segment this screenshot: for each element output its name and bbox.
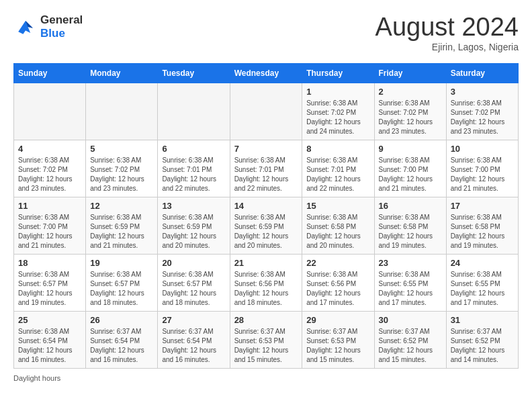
- day-number: 6: [162, 144, 225, 154]
- day-info: Sunrise: 6:38 AMSunset: 6:57 PMDaylight:…: [162, 270, 225, 308]
- day-info: Sunrise: 6:38 AMSunset: 6:57 PMDaylight:…: [90, 270, 153, 308]
- day-number: 8: [306, 144, 369, 154]
- day-info: Sunrise: 6:38 AMSunset: 6:55 PMDaylight:…: [451, 270, 514, 308]
- calendar-cell: 12Sunrise: 6:38 AMSunset: 6:59 PMDayligh…: [86, 197, 158, 254]
- week-row-1: 1Sunrise: 6:38 AMSunset: 7:02 PMDaylight…: [14, 83, 519, 140]
- day-number: 27: [162, 315, 225, 325]
- calendar-cell: 15Sunrise: 6:38 AMSunset: 6:58 PMDayligh…: [302, 197, 374, 254]
- calendar-cell: 5Sunrise: 6:38 AMSunset: 7:02 PMDaylight…: [86, 140, 158, 197]
- day-info: Sunrise: 6:38 AMSunset: 7:02 PMDaylight:…: [451, 99, 514, 136]
- calendar-cell: [86, 83, 158, 140]
- weekday-sunday: Sunday: [14, 63, 86, 83]
- calendar-cell: 4Sunrise: 6:38 AMSunset: 7:02 PMDaylight…: [14, 140, 86, 197]
- day-info: Sunrise: 6:37 AMSunset: 6:53 PMDaylight:…: [234, 327, 298, 365]
- day-number: 10: [451, 144, 514, 154]
- day-info: Sunrise: 6:38 AMSunset: 6:57 PMDaylight:…: [18, 270, 81, 308]
- month-title: August 2024: [375, 13, 519, 42]
- calendar-cell: 10Sunrise: 6:38 AMSunset: 7:00 PMDayligh…: [446, 140, 518, 197]
- calendar-cell: 24Sunrise: 6:38 AMSunset: 6:55 PMDayligh…: [446, 254, 518, 311]
- day-number: 4: [18, 144, 81, 154]
- day-info: Sunrise: 6:38 AMSunset: 6:55 PMDaylight:…: [379, 270, 442, 308]
- week-row-2: 4Sunrise: 6:38 AMSunset: 7:02 PMDaylight…: [14, 140, 519, 197]
- day-info: Sunrise: 6:38 AMSunset: 6:54 PMDaylight:…: [18, 327, 81, 365]
- day-info: Sunrise: 6:38 AMSunset: 6:59 PMDaylight:…: [162, 213, 225, 250]
- calendar-cell: 16Sunrise: 6:38 AMSunset: 6:58 PMDayligh…: [374, 197, 446, 254]
- day-number: 16: [379, 201, 442, 211]
- day-info: Sunrise: 6:38 AMSunset: 6:58 PMDaylight:…: [379, 213, 442, 250]
- day-number: 18: [18, 258, 81, 268]
- day-info: Sunrise: 6:38 AMSunset: 7:00 PMDaylight:…: [451, 156, 514, 193]
- day-number: 23: [379, 258, 442, 268]
- calendar-cell: 7Sunrise: 6:38 AMSunset: 7:01 PMDaylight…: [230, 140, 302, 197]
- day-number: 1: [306, 87, 369, 97]
- logo-icon: [13, 15, 38, 39]
- day-info: Sunrise: 6:38 AMSunset: 7:01 PMDaylight:…: [162, 156, 225, 193]
- calendar-cell: 11Sunrise: 6:38 AMSunset: 7:00 PMDayligh…: [14, 197, 86, 254]
- logo: General Blue: [13, 13, 83, 40]
- day-number: 9: [379, 144, 442, 154]
- logo-text: General Blue: [40, 13, 83, 40]
- day-info: Sunrise: 6:38 AMSunset: 6:56 PMDaylight:…: [306, 270, 369, 308]
- day-info: Sunrise: 6:38 AMSunset: 7:01 PMDaylight:…: [234, 156, 298, 193]
- header: General Blue August 2024 Ejirin, Lagos, …: [13, 13, 519, 52]
- weekday-tuesday: Tuesday: [158, 63, 230, 83]
- day-info: Sunrise: 6:37 AMSunset: 6:52 PMDaylight:…: [379, 327, 442, 365]
- day-number: 19: [90, 258, 153, 268]
- weekday-friday: Friday: [374, 63, 446, 83]
- day-number: 29: [306, 315, 369, 325]
- calendar-cell: [158, 83, 230, 140]
- day-info: Sunrise: 6:37 AMSunset: 6:52 PMDaylight:…: [451, 327, 514, 365]
- day-info: Sunrise: 6:38 AMSunset: 6:58 PMDaylight:…: [306, 213, 369, 250]
- day-number: 3: [451, 87, 514, 97]
- calendar-cell: 18Sunrise: 6:38 AMSunset: 6:57 PMDayligh…: [14, 254, 86, 311]
- calendar-cell: 31Sunrise: 6:37 AMSunset: 6:52 PMDayligh…: [446, 311, 518, 368]
- weekday-saturday: Saturday: [446, 63, 518, 83]
- day-number: 31: [451, 315, 514, 325]
- day-info: Sunrise: 6:38 AMSunset: 6:59 PMDaylight:…: [90, 213, 153, 250]
- calendar-cell: 13Sunrise: 6:38 AMSunset: 6:59 PMDayligh…: [158, 197, 230, 254]
- day-number: 15: [306, 201, 369, 211]
- calendar-cell: 25Sunrise: 6:38 AMSunset: 6:54 PMDayligh…: [14, 311, 86, 368]
- weekday-wednesday: Wednesday: [230, 63, 302, 83]
- calendar-cell: 8Sunrise: 6:38 AMSunset: 7:01 PMDaylight…: [302, 140, 374, 197]
- day-info: Sunrise: 6:38 AMSunset: 7:02 PMDaylight:…: [306, 99, 369, 136]
- day-number: 22: [306, 258, 369, 268]
- footer: Daylight hours: [13, 374, 519, 382]
- calendar-cell: 28Sunrise: 6:37 AMSunset: 6:53 PMDayligh…: [230, 311, 302, 368]
- weekday-header-row: SundayMondayTuesdayWednesdayThursdayFrid…: [14, 63, 519, 83]
- day-number: 12: [90, 201, 153, 211]
- daylight-label: Daylight hours: [13, 374, 60, 382]
- calendar-cell: 19Sunrise: 6:38 AMSunset: 6:57 PMDayligh…: [86, 254, 158, 311]
- day-info: Sunrise: 6:37 AMSunset: 6:54 PMDaylight:…: [90, 327, 153, 365]
- week-row-3: 11Sunrise: 6:38 AMSunset: 7:00 PMDayligh…: [14, 197, 519, 254]
- weekday-thursday: Thursday: [302, 63, 374, 83]
- day-number: 17: [451, 201, 514, 211]
- day-number: 24: [451, 258, 514, 268]
- calendar-cell: 26Sunrise: 6:37 AMSunset: 6:54 PMDayligh…: [86, 311, 158, 368]
- day-number: 2: [379, 87, 442, 97]
- calendar-cell: 23Sunrise: 6:38 AMSunset: 6:55 PMDayligh…: [374, 254, 446, 311]
- day-number: 7: [234, 144, 298, 154]
- calendar-cell: 17Sunrise: 6:38 AMSunset: 6:58 PMDayligh…: [446, 197, 518, 254]
- calendar-cell: 2Sunrise: 6:38 AMSunset: 7:02 PMDaylight…: [374, 83, 446, 140]
- location-subtitle: Ejirin, Lagos, Nigeria: [375, 42, 519, 52]
- week-row-5: 25Sunrise: 6:38 AMSunset: 6:54 PMDayligh…: [14, 311, 519, 368]
- day-number: 11: [18, 201, 81, 211]
- calendar-cell: 22Sunrise: 6:38 AMSunset: 6:56 PMDayligh…: [302, 254, 374, 311]
- day-number: 21: [234, 258, 298, 268]
- day-info: Sunrise: 6:38 AMSunset: 7:01 PMDaylight:…: [306, 156, 369, 193]
- day-number: 13: [162, 201, 225, 211]
- day-info: Sunrise: 6:38 AMSunset: 7:00 PMDaylight:…: [379, 156, 442, 193]
- day-info: Sunrise: 6:38 AMSunset: 6:56 PMDaylight:…: [234, 270, 298, 308]
- day-number: 5: [90, 144, 153, 154]
- day-number: 25: [18, 315, 81, 325]
- day-info: Sunrise: 6:37 AMSunset: 6:53 PMDaylight:…: [306, 327, 369, 365]
- day-number: 26: [90, 315, 153, 325]
- calendar-cell: 21Sunrise: 6:38 AMSunset: 6:56 PMDayligh…: [230, 254, 302, 311]
- calendar-cell: 6Sunrise: 6:38 AMSunset: 7:01 PMDaylight…: [158, 140, 230, 197]
- day-info: Sunrise: 6:38 AMSunset: 6:59 PMDaylight:…: [234, 213, 298, 250]
- day-number: 30: [379, 315, 442, 325]
- day-number: 28: [234, 315, 298, 325]
- day-number: 20: [162, 258, 225, 268]
- day-info: Sunrise: 6:38 AMSunset: 7:02 PMDaylight:…: [90, 156, 153, 193]
